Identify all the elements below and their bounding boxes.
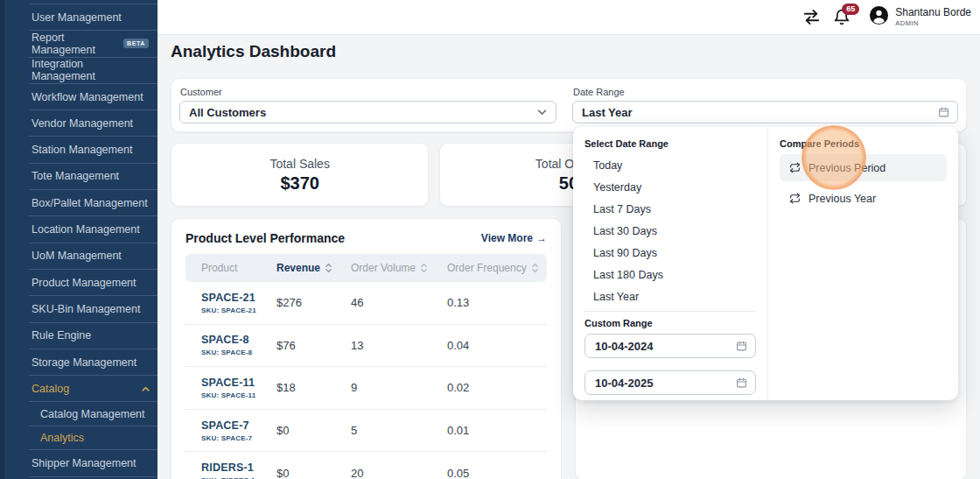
custom-range-end-value: 10-04-2025 [595,377,654,390]
cell-order-volume: 9 [351,381,447,394]
sidebar-item-user-management[interactable]: User Management [29,4,158,30]
column-order-frequency-sort[interactable]: Order Frequency [447,262,539,274]
customer-select[interactable]: All Customers [179,101,556,123]
sidebar-item-station-management[interactable]: Station Management [29,136,158,162]
sidebar-item-catalog[interactable]: Catalog [29,375,158,401]
option-today[interactable]: Today [584,154,756,176]
view-more-label: View More [481,232,533,244]
cell-order-volume: 5 [351,424,447,437]
sidebar-rail [0,0,4,479]
notifications-bell-icon[interactable]: 65 [833,9,850,26]
sidebar-item-analytics[interactable]: Analytics [29,426,158,450]
user-name: Shantanu Borde [895,7,971,19]
compare-periods-column: Compare Periods Previous Period Previous… [767,127,958,400]
view-more-link[interactable]: View More → [481,232,547,244]
date-range-input[interactable]: Last Year [572,101,958,123]
calendar-icon [736,377,747,389]
cell-order-volume: 20 [351,467,447,479]
product-performance-card: Product Level Performance View More → Pr… [171,218,562,479]
sidebar-item-product-management[interactable]: Product Management [29,269,158,295]
date-range-options-column: Select Date Range Today Yesterday Last 7… [573,127,767,400]
option-last-90-days[interactable]: Last 90 Days [584,242,756,264]
calendar-icon [938,107,949,118]
sidebar-item-box-pallet-management[interactable]: Box/Pallet Management [29,189,158,215]
sidebar-item-workflow-management[interactable]: Workflow Management [29,83,158,109]
sidebar-item-label: Box/Pallet Management [32,197,148,209]
user-role: ADMIN [895,19,971,27]
sidebar-nav: User Management Report Management BETA I… [29,0,158,479]
sidebar-item-vendor-management[interactable]: Vendor Management [29,109,158,136]
date-range-value: Last Year [582,106,633,119]
cell-order-frequency: 0.13 [447,296,531,309]
sidebar-item-report-management[interactable]: Report Management BETA [29,30,158,56]
product-name: RIDERS-1 [201,461,276,474]
product-name: SPACE-7 [201,419,276,432]
compare-option-label: Previous Year [808,193,876,205]
arrow-right-icon: → [536,232,547,244]
sidebar-item-label: Catalog [32,383,69,395]
sidebar-item-location-management[interactable]: Location Management [29,215,158,242]
table-row[interactable]: SPACE-11SKU: SPACE-11 $18 9 0.02 [186,367,547,410]
cell-order-frequency: 0.02 [447,381,531,394]
table-row[interactable]: SPACE-21SKU: SPACE-21 $276 46 0.13 [186,282,547,325]
compare-periods-header: Compare Periods [780,138,947,149]
topbar: 65 Shantanu Borde ADMIN [158,0,980,35]
date-range-dropdown: Select Date Range Today Yesterday Last 7… [573,127,958,400]
user-menu[interactable]: Shantanu Borde ADMIN [869,5,971,29]
table-title: Product Level Performance [186,231,345,245]
stat-card-total-sales: Total Sales $370 [171,143,429,207]
sidebar-item-storage-management[interactable]: Storage Management [29,349,158,375]
sidebar-item-label: Tote Management [32,170,119,182]
sidebar-item-tote-management[interactable]: Tote Management [29,163,158,189]
custom-range-start-input[interactable]: 10-04-2024 [584,334,756,358]
cell-revenue: $0 [276,467,351,479]
cell-revenue: $276 [276,296,351,309]
option-previous-period[interactable]: Previous Period [780,154,947,181]
sidebar-item-label: Product Management [32,277,136,289]
option-previous-year[interactable]: Previous Year [780,185,947,212]
divider [584,311,756,312]
sidebar-item-integration-management[interactable]: Integration Management [29,57,158,83]
sidebar-item-rule-engine[interactable]: Rule Engine [29,322,158,349]
cell-order-frequency: 0.05 [447,467,531,479]
date-range-filter: Date Range Last Year [572,87,958,123]
sidebar-item-label: Report Management [32,32,117,56]
sidebar-item-label: Rule Engine [32,329,91,342]
table-row[interactable]: SPACE-8SKU: SPACE-8 $76 13 0.04 [186,325,547,368]
option-last-7-days[interactable]: Last 7 Days [584,198,756,220]
table-header: Product Revenue Order Volume Order Frequ… [186,254,547,282]
column-revenue-sort[interactable]: Revenue [276,262,351,274]
sidebar-item-catalog-management[interactable]: Catalog Management [29,401,158,426]
select-date-range-header: Select Date Range [584,138,756,149]
option-last-year[interactable]: Last Year [584,285,756,307]
option-last-30-days[interactable]: Last 30 Days [584,220,756,242]
sidebar-item-label: Catalog Management [40,408,145,420]
table-row[interactable]: RIDERS-1SKU: RIDERS-1 $0 20 0.05 [186,452,547,479]
compare-icon [789,193,801,204]
sidebar-item-uom-management[interactable]: UoM Management [29,243,158,269]
chevron-down-icon [536,107,548,118]
cell-revenue: $18 [276,381,351,394]
sidebar-item-sku-bin-management[interactable]: SKU-Bin Management [29,295,158,321]
product-name: SPACE-21 [201,292,276,304]
cell-order-frequency: 0.04 [447,339,531,352]
sidebar-item-shipper-management[interactable]: Shipper Management [29,449,158,475]
product-name: SPACE-8 [201,334,276,346]
custom-range-header: Custom Range [584,318,756,328]
table-row[interactable]: SPACE-7SKU: SPACE-7 $0 5 0.01 [186,410,547,453]
date-range-label: Date Range [573,87,958,97]
product-sku: SKU: SPACE-7 [201,434,276,442]
product-name: SPACE-11 [201,377,276,389]
sidebar-item-label: SKU-Bin Management [32,303,140,315]
customer-selected-value: All Customers [189,106,266,119]
custom-range-end-input[interactable]: 10-04-2025 [584,370,756,395]
option-yesterday[interactable]: Yesterday [584,176,756,198]
stat-title: Total Sales [270,157,329,171]
filters-card: Customer All Customers Date Range Last Y… [171,78,967,132]
sidebar-item-label: User Management [32,11,122,24]
option-last-180-days[interactable]: Last 180 Days [584,264,756,285]
transfer-arrows-icon[interactable] [802,9,822,25]
page-title: Analytics Dashboard [171,42,967,61]
sidebar: User Management Report Management BETA I… [0,0,158,479]
column-order-volume-sort[interactable]: Order Volume [351,262,447,274]
